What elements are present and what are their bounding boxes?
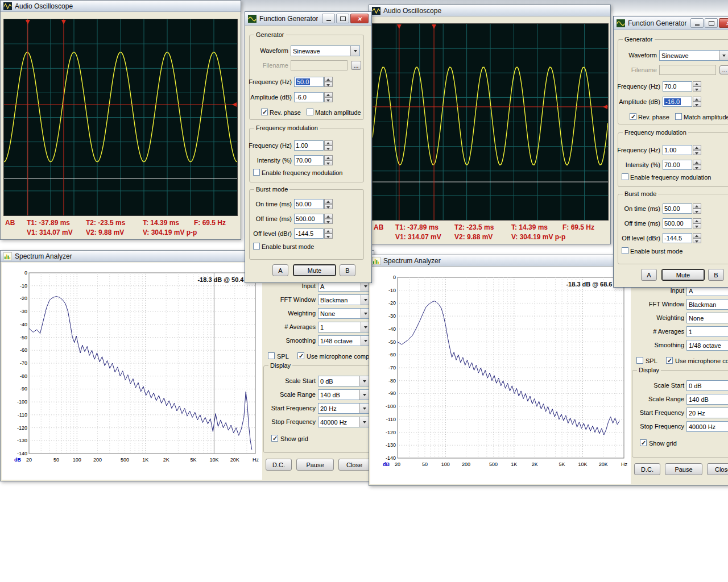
- amplitude-spinner[interactable]: [693, 97, 701, 107]
- off-time-input[interactable]: 500.00: [294, 214, 324, 224]
- on-time-input[interactable]: 50.00: [663, 203, 692, 214]
- enable-fm-checkbox[interactable]: [253, 169, 260, 176]
- channel-a-button[interactable]: A: [641, 269, 657, 281]
- minimize-button[interactable]: [322, 14, 335, 23]
- averages-select[interactable]: 1: [686, 326, 728, 337]
- match-amplitude-checkbox[interactable]: [675, 113, 682, 120]
- frequency-input[interactable]: 50.0: [294, 77, 324, 87]
- scale-start-select[interactable]: 0 dB: [318, 376, 369, 386]
- pause-button[interactable]: Pause: [296, 459, 334, 471]
- fm-frequency-spinner[interactable]: [324, 140, 333, 151]
- frequency-spinner[interactable]: [324, 77, 333, 87]
- match-amplitude-checkbox[interactable]: [307, 109, 313, 115]
- rev-phase-checkbox[interactable]: [261, 109, 268, 115]
- scale-range-select[interactable]: 140 dB: [686, 394, 728, 405]
- off-time-spinner[interactable]: [693, 218, 701, 228]
- on-time-spinner[interactable]: [324, 199, 333, 209]
- on-time-spinner[interactable]: [693, 203, 701, 214]
- intensity-spinner[interactable]: [324, 155, 333, 165]
- fft-window-select[interactable]: Blackman: [318, 294, 370, 305]
- off-level-spinner[interactable]: [324, 228, 333, 239]
- dc-button[interactable]: D.C.: [634, 463, 660, 475]
- chevron-down-icon[interactable]: [359, 404, 369, 413]
- start-frequency-select[interactable]: 20 Hz: [686, 408, 728, 418]
- spin-up-icon: [324, 92, 333, 97]
- svg-text:100: 100: [441, 462, 450, 467]
- spl-checkbox[interactable]: [268, 352, 275, 359]
- channel-b-button[interactable]: B: [340, 264, 355, 276]
- intensity-input[interactable]: 70.00: [294, 155, 324, 165]
- enable-burst-checkbox[interactable]: [253, 243, 260, 250]
- weighting-select[interactable]: None: [686, 313, 728, 323]
- off-time-spinner[interactable]: [324, 214, 333, 224]
- mute-button[interactable]: Mute: [293, 264, 336, 276]
- chevron-down-icon[interactable]: [359, 417, 369, 427]
- scale-range-select[interactable]: 140 dB: [318, 389, 369, 400]
- stop-frequency-select[interactable]: 40000 Hz: [318, 417, 369, 427]
- channel-a-button[interactable]: A: [272, 264, 288, 276]
- show-grid-checkbox[interactable]: [640, 439, 647, 446]
- scale-start-select[interactable]: 0 dB: [686, 380, 728, 391]
- amplitude-input[interactable]: -6.0: [294, 92, 324, 102]
- svg-text:-140: -140: [386, 455, 396, 461]
- show-grid-checkbox[interactable]: [271, 435, 278, 442]
- intensity-spinner[interactable]: [693, 160, 701, 170]
- minimize-button[interactable]: [690, 18, 704, 28]
- titlebar[interactable]: Audio Oscilloscope: [369, 5, 610, 16]
- chevron-down-icon[interactable]: [359, 376, 369, 386]
- averages-label: # Averages: [632, 328, 684, 335]
- mic-comp-checkbox[interactable]: [666, 357, 673, 364]
- close-button[interactable]: Close: [707, 463, 728, 475]
- enable-fm-checkbox[interactable]: [622, 173, 628, 180]
- on-time-input[interactable]: 50.00: [294, 199, 324, 209]
- browse-button[interactable]: ...: [351, 61, 361, 70]
- off-level-input[interactable]: -144.5: [663, 233, 692, 243]
- titlebar[interactable]: Function Generator: [245, 12, 371, 26]
- close-button[interactable]: [719, 18, 728, 28]
- amplitude-spinner[interactable]: [324, 92, 333, 102]
- window-title: Spectrum Analyzer: [383, 257, 441, 265]
- waveform-select[interactable]: Sinewave: [659, 50, 728, 61]
- stop-frequency-select[interactable]: 40000 Hz: [686, 421, 728, 432]
- off-time-input[interactable]: 500.00: [663, 218, 692, 228]
- fft-window-select[interactable]: Blackman: [686, 299, 728, 310]
- fm-frequency-input[interactable]: 1.00: [294, 140, 324, 151]
- chevron-down-icon[interactable]: [359, 390, 369, 400]
- scale-range-label: Scale Range: [634, 396, 684, 402]
- titlebar[interactable]: Audio Oscilloscope: [1, 1, 241, 12]
- svg-text:500: 500: [121, 457, 129, 463]
- fm-frequency-spinner[interactable]: [693, 145, 701, 155]
- chevron-down-icon[interactable]: [350, 46, 359, 56]
- fm-frequency-input[interactable]: 1.00: [663, 145, 692, 155]
- weighting-select[interactable]: None: [318, 308, 370, 319]
- enable-burst-checkbox[interactable]: [622, 247, 628, 254]
- mute-button[interactable]: Mute: [661, 269, 705, 281]
- amplitude-input[interactable]: -16.0: [663, 97, 692, 107]
- close-button[interactable]: Close: [338, 459, 370, 471]
- spin-down-icon: [693, 165, 701, 170]
- dc-button[interactable]: D.C.: [266, 459, 292, 471]
- spl-checkbox[interactable]: [636, 357, 643, 364]
- waveform-select[interactable]: Sinewave: [291, 45, 360, 56]
- pause-button[interactable]: Pause: [665, 463, 702, 475]
- titlebar[interactable]: Function Generator: [614, 16, 728, 30]
- close-button[interactable]: [350, 14, 369, 23]
- averages-select[interactable]: 1: [318, 322, 370, 332]
- chevron-down-icon[interactable]: [719, 51, 728, 60]
- maximize-button[interactable]: [336, 14, 349, 23]
- start-frequency-select[interactable]: 20 Hz: [318, 403, 369, 414]
- off-level-spinner[interactable]: [693, 233, 701, 243]
- maximize-button[interactable]: [705, 18, 718, 28]
- mic-comp-checkbox[interactable]: [297, 352, 304, 359]
- browse-button[interactable]: ...: [719, 65, 728, 74]
- rev-phase-checkbox[interactable]: [630, 113, 636, 120]
- channel-b-button[interactable]: B: [708, 269, 724, 281]
- svg-text:Hz: Hz: [621, 462, 627, 467]
- input-label: Input: [632, 287, 684, 294]
- frequency-spinner[interactable]: [693, 81, 701, 92]
- off-level-input[interactable]: -144.5: [294, 228, 324, 239]
- intensity-input[interactable]: 70.00: [663, 160, 692, 170]
- smoothing-select[interactable]: 1/48 octave: [686, 340, 728, 351]
- frequency-input[interactable]: 70.0: [663, 81, 692, 92]
- smoothing-select[interactable]: 1/48 octave: [318, 335, 370, 346]
